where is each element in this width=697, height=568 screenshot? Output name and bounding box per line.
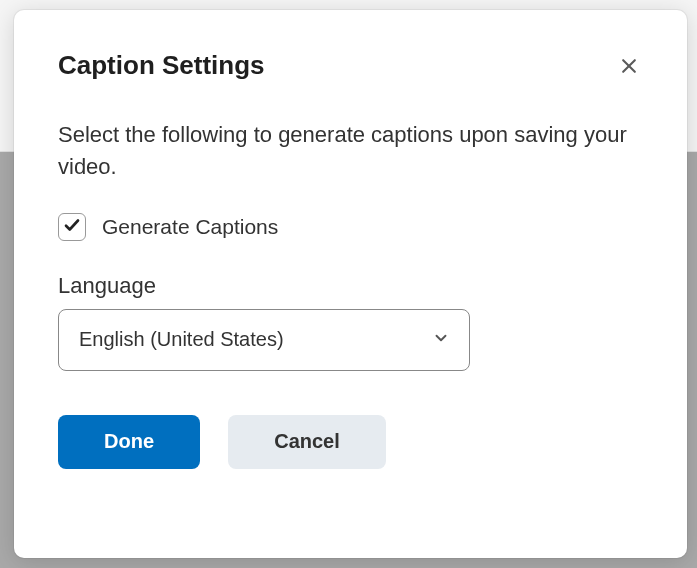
close-icon bbox=[619, 56, 639, 79]
modal-description: Select the following to generate caption… bbox=[58, 119, 643, 183]
modal-actions: Done Cancel bbox=[58, 415, 643, 469]
modal-header: Caption Settings bbox=[58, 50, 643, 83]
cancel-button[interactable]: Cancel bbox=[228, 415, 386, 469]
generate-captions-checkbox[interactable] bbox=[58, 213, 86, 241]
language-section: Language English (United States) bbox=[58, 273, 643, 371]
language-label: Language bbox=[58, 273, 643, 299]
language-selected-value: English (United States) bbox=[79, 328, 284, 351]
done-button[interactable]: Done bbox=[58, 415, 200, 469]
language-select[interactable]: English (United States) bbox=[58, 309, 470, 371]
checkmark-icon bbox=[63, 216, 81, 238]
caption-settings-modal: Caption Settings Select the following to… bbox=[14, 10, 687, 558]
generate-captions-label: Generate Captions bbox=[102, 215, 278, 239]
close-button[interactable] bbox=[615, 52, 643, 83]
generate-captions-row: Generate Captions bbox=[58, 213, 643, 241]
modal-title: Caption Settings bbox=[58, 50, 265, 81]
language-select-wrapper: English (United States) bbox=[58, 309, 470, 371]
